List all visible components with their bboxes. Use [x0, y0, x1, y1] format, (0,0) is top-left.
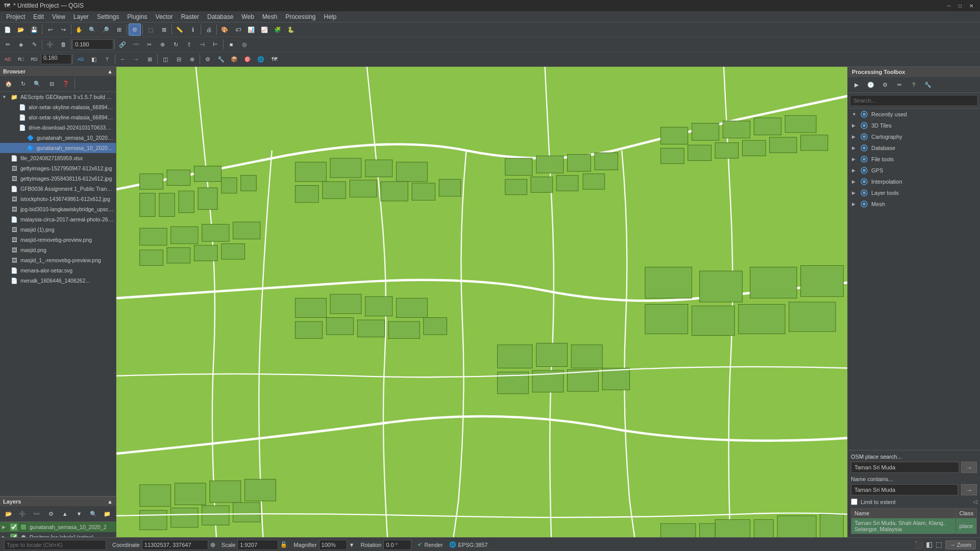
processing-tree-item[interactable]: ▶ Interpolation — [848, 176, 980, 187]
scale-input[interactable] — [237, 540, 278, 550]
status-icon3[interactable]: ⬚ — [936, 540, 942, 549]
name-filter-input[interactable] — [851, 484, 958, 495]
minimize-button[interactable]: ─ — [944, 2, 953, 10]
digitize-btn[interactable]: ✎ — [28, 38, 40, 51]
trace-btn[interactable]: 〰 — [130, 38, 142, 51]
layers-header[interactable]: Layers ▲ — [0, 497, 116, 506]
browser-item[interactable]: 🔷 gunatanah_semasa_10_2020_2.shp — [0, 143, 116, 153]
plugin-btn2[interactable]: ⚙ — [202, 53, 214, 65]
plugin-btn4[interactable]: 📦 — [228, 53, 240, 65]
coordinate-input[interactable] — [142, 540, 208, 550]
browser-item[interactable]: 🔷 gunatanah_semasa_10_2020_2.dbf — [0, 133, 116, 143]
layer-group-btn[interactable]: 📁 — [101, 508, 113, 520]
plugin-btn6[interactable]: 🌐 — [255, 53, 267, 65]
ext-btn3[interactable]: RD — [28, 53, 40, 65]
zoom-full-btn[interactable]: ⊞ — [113, 23, 125, 36]
browser-home-btn[interactable]: 🏠 — [3, 78, 15, 90]
browser-item[interactable]: 🖼 gettyimages-1527950947-612x612.jpg — [0, 163, 116, 173]
layer-down-btn[interactable]: ▼ — [73, 508, 85, 520]
ext-btn6[interactable]: T — [101, 53, 113, 65]
plugin-btn3[interactable]: 🔧 — [215, 53, 227, 65]
proc-run-btn[interactable]: ▶ — [850, 79, 863, 91]
layer-up-btn[interactable]: ▲ — [59, 508, 71, 520]
snap-btn[interactable]: 🔗 — [116, 38, 129, 51]
close-button[interactable]: ✕ — [967, 2, 976, 10]
ext-btn4[interactable]: AD — [75, 53, 87, 65]
stat-btn[interactable]: 📈 — [258, 23, 271, 36]
select-btn[interactable]: ⬚ — [144, 23, 157, 36]
table-btn[interactable]: 📊 — [245, 23, 257, 36]
browser-item[interactable]: 📄 menalk_1606446_1406262... — [0, 276, 116, 286]
ext-btn1[interactable]: AD — [2, 53, 14, 65]
menu-vector[interactable]: Vector — [152, 12, 177, 21]
browser-item[interactable]: 🖼 jpg-bid3010-langkawiskybridge_upscaled… — [0, 204, 116, 214]
processing-tree-item[interactable]: ▶ 3D Tiles — [848, 120, 980, 131]
proc-settings-btn[interactable]: 🔧 — [922, 79, 934, 91]
open-btn[interactable]: 📂 — [15, 23, 27, 36]
layer-remove-btn[interactable]: ➖ — [31, 508, 43, 520]
epsg-label[interactable]: EPSG:3857 — [458, 542, 488, 548]
menu-mesh[interactable]: Mesh — [258, 12, 281, 21]
browser-item[interactable]: 📄 drive-download-20241031T0633162-001.zi… — [0, 122, 116, 133]
browser-item[interactable]: 📄 GFB0036 Assignment 1_Public Transport.… — [0, 184, 116, 194]
browser-item[interactable]: ▼ 📁 AEScripts GEOlayers 3 v1.5.7 build 8… — [0, 92, 116, 102]
processing-tree-item[interactable]: ▼ Recently used — [848, 109, 980, 120]
deselect-btn[interactable]: ⊠ — [158, 23, 170, 36]
plugin-btn7[interactable]: 🗺 — [268, 53, 280, 65]
menu-raster[interactable]: Raster — [177, 12, 203, 21]
map-canvas[interactable] — [116, 67, 847, 537]
layer-filter-btn[interactable]: 🔍 — [87, 508, 100, 520]
osm-search-input[interactable] — [851, 462, 959, 473]
menu-database[interactable]: Database — [203, 12, 237, 21]
reshape-btn[interactable]: ⊢ — [209, 38, 222, 51]
menu-processing[interactable]: Processing — [281, 12, 320, 21]
browser-item[interactable]: 📄 malaysia-circa-2017-aereal-photo-260nw… — [0, 214, 116, 224]
browser-filter-btn[interactable]: 🔍 — [31, 78, 43, 90]
menu-plugins[interactable]: Plugins — [123, 12, 151, 21]
processing-tree-item[interactable]: ▶ Layer tools — [848, 187, 980, 198]
browser-item[interactable]: 🖼 masjid_1_-removebg-preview.png — [0, 255, 116, 265]
browser-header[interactable]: Browser ▲ — [0, 67, 116, 76]
add-feature-btn[interactable]: ➕ — [44, 38, 56, 51]
browser-collapse-icon[interactable]: ▲ — [107, 68, 113, 74]
layer-open-btn[interactable]: 📂 — [3, 508, 15, 520]
ext-btn2[interactable]: R□ — [15, 53, 27, 65]
info-btn[interactable]: ℹ — [187, 23, 199, 36]
label-btn[interactable]: 🏷 — [232, 23, 244, 36]
layer-prop-btn[interactable]: ⚙ — [45, 508, 57, 520]
proc-edit-btn[interactable]: ✏ — [893, 79, 905, 91]
pan-btn[interactable]: ✋ — [73, 23, 85, 36]
plugin-btn5[interactable]: 🎯 — [241, 53, 254, 65]
print-btn[interactable]: 🖨 — [203, 23, 215, 36]
magnifier-input[interactable] — [319, 540, 347, 550]
browser-item[interactable]: 🖼 istockphoto-1436749861-612x612.jpg — [0, 194, 116, 204]
redo-btn[interactable]: ↪ — [57, 23, 69, 36]
move-btn[interactable]: ⇧ — [183, 38, 195, 51]
browser-collapse-btn[interactable]: ⊟ — [45, 78, 58, 90]
browser-item[interactable]: 📄 alor-setar-skyline-malasia_668947-619-… — [0, 102, 116, 112]
layer-item[interactable]: ▶ Positron [no labels] (retina) — [0, 532, 116, 537]
layer-add-btn[interactable]: ➕ — [17, 508, 29, 520]
processing-tree-item[interactable]: ▶ GPS — [848, 165, 980, 176]
layer-visibility-checkbox[interactable] — [10, 534, 17, 537]
rotation-input[interactable] — [383, 540, 411, 550]
ext-btn8[interactable]: ◫ — [159, 53, 172, 65]
browser-item[interactable]: 🖼 masjid.png — [0, 245, 116, 255]
proc-model-btn[interactable]: ⚙ — [879, 79, 891, 91]
status-icon2[interactable]: ◧ — [926, 540, 933, 549]
limit-extent-checkbox[interactable] — [851, 498, 857, 505]
delete-feature-btn[interactable]: 🗑 — [57, 38, 69, 51]
identify-btn[interactable]: ⚙ — [129, 23, 141, 36]
browser-refresh-btn[interactable]: ↻ — [17, 78, 29, 90]
ext-btn5[interactable]: ◧ — [88, 53, 100, 65]
osm-result-row[interactable]: Taman Sri Muda, Shah Alam, Klang, Selang… — [851, 518, 977, 534]
name-filter-go-btn[interactable]: → — [961, 484, 977, 495]
processing-tree-item[interactable]: ▶ Database — [848, 142, 980, 154]
merge-btn[interactable]: ⊕ — [156, 38, 168, 51]
rotation-input[interactable]: 0.180 — [41, 54, 71, 64]
style-btn[interactable]: 🎨 — [218, 23, 231, 36]
menu-help[interactable]: Help — [320, 12, 341, 21]
save-btn[interactable]: 💾 — [28, 23, 40, 36]
zoom-button[interactable]: → Zoom — [945, 540, 976, 549]
offset-btn[interactable]: ⊣ — [196, 38, 208, 51]
